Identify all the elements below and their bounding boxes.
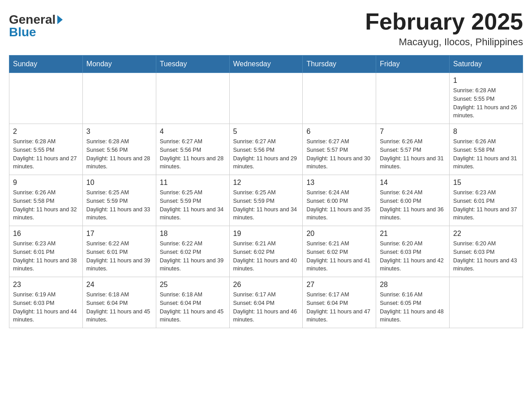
day-info: Sunrise: 6:28 AMSunset: 5:55 PMDaylight:… — [453, 86, 519, 120]
day-number: 8 — [453, 128, 519, 136]
calendar-cell-w3-d5: 13Sunrise: 6:24 AMSunset: 6:00 PMDayligh… — [303, 175, 376, 226]
day-info: Sunrise: 6:17 AMSunset: 6:04 PMDaylight:… — [233, 291, 299, 324]
day-number: 15 — [453, 179, 519, 187]
calendar-cell-w2-d5: 6Sunrise: 6:27 AMSunset: 5:57 PMDaylight… — [303, 124, 376, 175]
calendar-cell-w2-d7: 8Sunrise: 6:26 AMSunset: 5:58 PMDaylight… — [450, 124, 523, 175]
day-info: Sunrise: 6:26 AMSunset: 5:58 PMDaylight:… — [13, 188, 79, 222]
calendar-cell-w1-d2 — [82, 73, 156, 124]
header-wednesday: Wednesday — [229, 56, 303, 73]
day-number: 11 — [160, 179, 226, 187]
location-title: Macayug, Ilocos, Philippines — [365, 36, 523, 48]
calendar-cell-w2-d3: 4Sunrise: 6:27 AMSunset: 5:56 PMDaylight… — [156, 124, 229, 175]
day-number: 7 — [380, 128, 446, 136]
day-number: 21 — [380, 230, 446, 238]
day-number: 2 — [13, 128, 79, 136]
calendar-cell-w1-d6 — [376, 73, 450, 124]
calendar-cell-w5-d7 — [450, 277, 523, 328]
calendar-cell-w1-d1 — [9, 73, 83, 124]
week-row-5: 23Sunrise: 6:19 AMSunset: 6:03 PMDayligh… — [9, 277, 523, 328]
calendar-cell-w4-d7: 22Sunrise: 6:20 AMSunset: 6:03 PMDayligh… — [450, 226, 523, 277]
day-info: Sunrise: 6:24 AMSunset: 6:00 PMDaylight:… — [380, 188, 446, 222]
day-info: Sunrise: 6:19 AMSunset: 6:03 PMDaylight:… — [13, 291, 79, 324]
header-thursday: Thursday — [303, 56, 376, 73]
day-info: Sunrise: 6:23 AMSunset: 6:01 PMDaylight:… — [13, 240, 79, 273]
calendar-cell-w4-d6: 21Sunrise: 6:20 AMSunset: 6:03 PMDayligh… — [376, 226, 450, 277]
calendar-cell-w4-d4: 19Sunrise: 6:21 AMSunset: 6:02 PMDayligh… — [229, 226, 303, 277]
day-number: 20 — [306, 230, 372, 238]
header-tuesday: Tuesday — [156, 56, 229, 73]
logo: General Blue — [9, 13, 63, 39]
day-number: 18 — [160, 230, 226, 238]
day-info: Sunrise: 6:18 AMSunset: 6:04 PMDaylight:… — [86, 291, 152, 324]
title-section: February 2025 Macayug, Ilocos, Philippin… — [365, 9, 523, 48]
logo-arrow-icon — [57, 15, 63, 24]
day-info: Sunrise: 6:27 AMSunset: 5:56 PMDaylight:… — [233, 137, 299, 171]
day-info: Sunrise: 6:23 AMSunset: 6:01 PMDaylight:… — [453, 188, 519, 222]
calendar-cell-w3-d6: 14Sunrise: 6:24 AMSunset: 6:00 PMDayligh… — [376, 175, 450, 226]
day-info: Sunrise: 6:22 AMSunset: 6:02 PMDaylight:… — [160, 240, 226, 273]
week-row-4: 16Sunrise: 6:23 AMSunset: 6:01 PMDayligh… — [9, 226, 523, 277]
day-info: Sunrise: 6:20 AMSunset: 6:03 PMDaylight:… — [453, 240, 519, 273]
calendar-cell-w3-d7: 15Sunrise: 6:23 AMSunset: 6:01 PMDayligh… — [450, 175, 523, 226]
day-number: 27 — [306, 281, 372, 289]
calendar-cell-w5-d3: 25Sunrise: 6:18 AMSunset: 6:04 PMDayligh… — [156, 277, 229, 328]
day-info: Sunrise: 6:20 AMSunset: 6:03 PMDaylight:… — [380, 240, 446, 273]
day-number: 28 — [380, 281, 446, 289]
day-number: 22 — [453, 230, 519, 238]
calendar-cell-w3-d1: 9Sunrise: 6:26 AMSunset: 5:58 PMDaylight… — [9, 175, 83, 226]
day-number: 10 — [86, 179, 152, 187]
calendar-cell-w4-d5: 20Sunrise: 6:21 AMSunset: 6:02 PMDayligh… — [303, 226, 376, 277]
day-info: Sunrise: 6:28 AMSunset: 5:56 PMDaylight:… — [86, 137, 152, 171]
day-number: 26 — [233, 281, 299, 289]
calendar-cell-w5-d5: 27Sunrise: 6:17 AMSunset: 6:04 PMDayligh… — [303, 277, 376, 328]
calendar-cell-w1-d4 — [229, 73, 303, 124]
calendar-body: 1Sunrise: 6:28 AMSunset: 5:55 PMDaylight… — [9, 73, 523, 328]
calendar-cell-w1-d3 — [156, 73, 229, 124]
day-number: 24 — [86, 281, 152, 289]
day-info: Sunrise: 6:28 AMSunset: 5:55 PMDaylight:… — [13, 137, 79, 171]
day-info: Sunrise: 6:27 AMSunset: 5:57 PMDaylight:… — [306, 137, 372, 171]
day-number: 12 — [233, 179, 299, 187]
header-monday: Monday — [82, 56, 156, 73]
day-info: Sunrise: 6:25 AMSunset: 5:59 PMDaylight:… — [233, 188, 299, 222]
calendar-header: Sunday Monday Tuesday Wednesday Thursday… — [9, 56, 523, 73]
day-number: 25 — [160, 281, 226, 289]
day-number: 5 — [233, 128, 299, 136]
calendar-cell-w4-d1: 16Sunrise: 6:23 AMSunset: 6:01 PMDayligh… — [9, 226, 83, 277]
day-info: Sunrise: 6:25 AMSunset: 5:59 PMDaylight:… — [86, 188, 152, 222]
day-info: Sunrise: 6:22 AMSunset: 6:01 PMDaylight:… — [86, 240, 152, 273]
day-info: Sunrise: 6:25 AMSunset: 5:59 PMDaylight:… — [160, 188, 226, 222]
week-row-1: 1Sunrise: 6:28 AMSunset: 5:55 PMDaylight… — [9, 73, 523, 124]
day-number: 1 — [453, 77, 519, 85]
calendar-cell-w2-d6: 7Sunrise: 6:26 AMSunset: 5:57 PMDaylight… — [376, 124, 450, 175]
day-number: 9 — [13, 179, 79, 187]
calendar-cell-w2-d1: 2Sunrise: 6:28 AMSunset: 5:55 PMDaylight… — [9, 124, 83, 175]
calendar-cell-w5-d2: 24Sunrise: 6:18 AMSunset: 6:04 PMDayligh… — [82, 277, 156, 328]
calendar-cell-w4-d3: 18Sunrise: 6:22 AMSunset: 6:02 PMDayligh… — [156, 226, 229, 277]
day-info: Sunrise: 6:21 AMSunset: 6:02 PMDaylight:… — [306, 240, 372, 273]
calendar-cell-w2-d4: 5Sunrise: 6:27 AMSunset: 5:56 PMDaylight… — [229, 124, 303, 175]
day-info: Sunrise: 6:18 AMSunset: 6:04 PMDaylight:… — [160, 291, 226, 324]
calendar-cell-w1-d7: 1Sunrise: 6:28 AMSunset: 5:55 PMDaylight… — [450, 73, 523, 124]
calendar-cell-w3-d4: 12Sunrise: 6:25 AMSunset: 5:59 PMDayligh… — [229, 175, 303, 226]
calendar-cell-w5-d4: 26Sunrise: 6:17 AMSunset: 6:04 PMDayligh… — [229, 277, 303, 328]
day-info: Sunrise: 6:17 AMSunset: 6:04 PMDaylight:… — [306, 291, 372, 324]
day-info: Sunrise: 6:27 AMSunset: 5:56 PMDaylight:… — [160, 137, 226, 171]
calendar-cell-w2-d2: 3Sunrise: 6:28 AMSunset: 5:56 PMDaylight… — [82, 124, 156, 175]
day-number: 3 — [86, 128, 152, 136]
day-info: Sunrise: 6:16 AMSunset: 6:05 PMDaylight:… — [380, 291, 446, 324]
logo-blue-text: Blue — [9, 25, 36, 39]
calendar-cell-w4-d2: 17Sunrise: 6:22 AMSunset: 6:01 PMDayligh… — [82, 226, 156, 277]
calendar-cell-w3-d3: 11Sunrise: 6:25 AMSunset: 5:59 PMDayligh… — [156, 175, 229, 226]
day-number: 14 — [380, 179, 446, 187]
day-info: Sunrise: 6:21 AMSunset: 6:02 PMDaylight:… — [233, 240, 299, 273]
calendar-cell-w3-d2: 10Sunrise: 6:25 AMSunset: 5:59 PMDayligh… — [82, 175, 156, 226]
day-number: 17 — [86, 230, 152, 238]
day-number: 19 — [233, 230, 299, 238]
day-number: 6 — [306, 128, 372, 136]
header-saturday: Saturday — [450, 56, 523, 73]
day-number: 4 — [160, 128, 226, 136]
week-row-3: 9Sunrise: 6:26 AMSunset: 5:58 PMDaylight… — [9, 175, 523, 226]
day-number: 23 — [13, 281, 79, 289]
day-info: Sunrise: 6:26 AMSunset: 5:58 PMDaylight:… — [453, 137, 519, 171]
